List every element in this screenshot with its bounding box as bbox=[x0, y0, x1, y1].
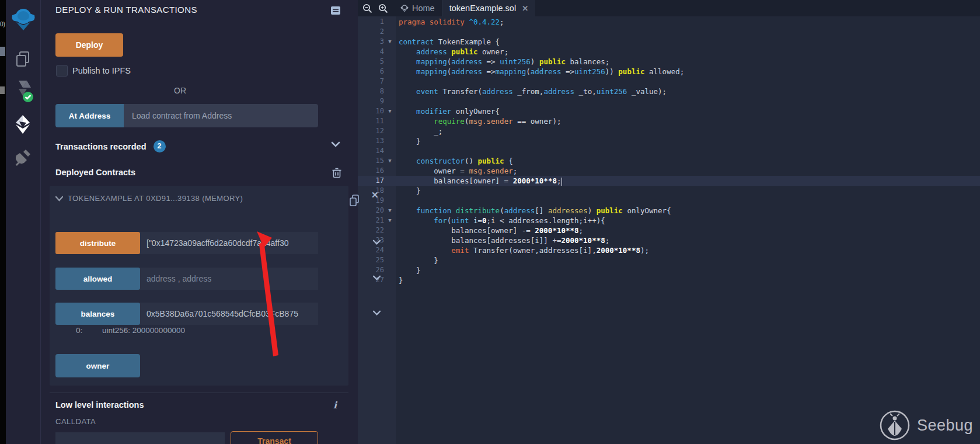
line-number[interactable]: 21 bbox=[358, 216, 384, 226]
line-number[interactable]: 17 bbox=[358, 176, 384, 186]
transact-button[interactable]: Transact bbox=[231, 431, 318, 444]
code-line[interactable]: 11 require(msg.sender == owner); bbox=[358, 116, 980, 126]
contract-card-header[interactable]: TOKENEXAMPLE AT 0XD91...39138 (MEMORY) bbox=[55, 194, 243, 203]
fold-arrow-icon[interactable]: ▼ bbox=[384, 206, 396, 216]
code-text: pragma solidity ^0.4.22; bbox=[396, 17, 504, 27]
line-number[interactable]: 7 bbox=[358, 77, 384, 86]
tab-token-example[interactable]: tokenExample.sol ✕ bbox=[442, 0, 535, 16]
chevron-down-icon[interactable] bbox=[372, 310, 381, 316]
allowed-function-button[interactable]: allowed bbox=[55, 268, 140, 290]
code-area[interactable]: 1pragma solidity ^0.4.22;23▼contract Tok… bbox=[358, 17, 980, 285]
code-line[interactable]: 8 event Transfer(address _from,address _… bbox=[358, 86, 980, 96]
zoom-out-icon[interactable] bbox=[362, 4, 372, 13]
line-number[interactable]: 5 bbox=[358, 57, 384, 67]
line-number[interactable]: 15 bbox=[358, 156, 384, 166]
line-number[interactable]: 20 bbox=[358, 206, 384, 216]
code-line[interactable]: 16 owner = msg.sender; bbox=[358, 166, 980, 176]
code-line[interactable]: 24 emit Transfer(owner,addresses[i],2000… bbox=[358, 245, 980, 255]
line-number[interactable]: 14 bbox=[358, 146, 384, 156]
code-line[interactable]: 14 bbox=[358, 146, 980, 156]
text-cursor bbox=[562, 178, 563, 186]
distribute-function-button[interactable]: distribute bbox=[55, 232, 140, 254]
code-line[interactable]: 22 balances[owner] -= 2000*10**8; bbox=[358, 226, 980, 235]
chevron-down-icon[interactable] bbox=[55, 196, 63, 202]
code-text: emit Transfer(owner,addresses[i],2000*10… bbox=[396, 245, 649, 255]
line-number[interactable]: 13 bbox=[358, 136, 384, 146]
deploy-button[interactable]: Deploy bbox=[55, 33, 123, 57]
fold-arrow-icon[interactable]: ▼ bbox=[384, 37, 396, 47]
code-line[interactable]: 26 } bbox=[358, 265, 980, 275]
divider bbox=[50, 393, 348, 393]
code-text: event Transfer(address _from,address _to… bbox=[396, 86, 667, 96]
line-number[interactable]: 22 bbox=[358, 226, 384, 235]
code-line[interactable]: 5 mapping(address => uint256) public bal… bbox=[358, 57, 980, 67]
documentation-icon[interactable] bbox=[330, 5, 341, 16]
allowed-args-input[interactable] bbox=[140, 268, 318, 290]
code-line[interactable]: 9 bbox=[358, 96, 980, 106]
line-number[interactable]: 10 bbox=[358, 106, 384, 116]
calldata-input[interactable] bbox=[55, 432, 225, 444]
line-number[interactable]: 24 bbox=[358, 245, 384, 255]
close-icon[interactable]: ✕ bbox=[371, 190, 379, 200]
seebug-logo-icon bbox=[878, 409, 911, 442]
fold-arrow-icon[interactable]: ▼ bbox=[384, 156, 396, 166]
code-line[interactable]: 7 bbox=[358, 77, 980, 86]
line-number[interactable]: 26 bbox=[358, 265, 384, 275]
line-number[interactable]: 12 bbox=[358, 126, 384, 136]
transactions-recorded-row[interactable]: Transactions recorded 2 bbox=[55, 140, 166, 152]
line-number[interactable]: 11 bbox=[358, 116, 384, 126]
code-line[interactable]: 10▼ modifier onlyOwner{ bbox=[358, 106, 980, 116]
tab-close-icon[interactable]: ✕ bbox=[522, 4, 528, 13]
code-line[interactable]: 2 bbox=[358, 27, 980, 37]
code-line[interactable]: 4 address public owner; bbox=[358, 47, 980, 57]
chevron-down-icon[interactable] bbox=[372, 275, 381, 281]
code-line[interactable]: 21▼ for(uint i=0;i < addresses.length;i+… bbox=[358, 216, 980, 226]
code-line[interactable]: 23 balances[addresses[i]] +=2000*10**8; bbox=[358, 235, 980, 245]
code-line[interactable]: 15▼ constructor() public { bbox=[358, 156, 980, 166]
balances-function-button[interactable]: balances bbox=[55, 303, 140, 325]
line-number[interactable]: 4 bbox=[358, 47, 384, 57]
chevron-down-icon[interactable] bbox=[372, 239, 381, 245]
code-line[interactable]: 3▼contract TokenExample { bbox=[358, 37, 980, 47]
plugin-manager-icon[interactable] bbox=[6, 147, 41, 166]
line-number[interactable]: 1 bbox=[358, 17, 384, 27]
code-line[interactable]: 25 } bbox=[358, 255, 980, 265]
publish-ipfs-checkbox[interactable] bbox=[56, 65, 68, 77]
fold-arrow-icon[interactable]: ▼ bbox=[384, 106, 396, 116]
code-line[interactable]: 13 } bbox=[358, 136, 980, 146]
line-number[interactable]: 9 bbox=[358, 96, 384, 106]
fold-column bbox=[384, 86, 396, 96]
code-line[interactable]: 1pragma solidity ^0.4.22; bbox=[358, 17, 980, 27]
chevron-down-icon[interactable] bbox=[331, 141, 340, 148]
distribute-args-input[interactable] bbox=[140, 232, 318, 254]
line-number[interactable]: 3 bbox=[358, 37, 384, 47]
solidity-compiler-icon[interactable] bbox=[6, 79, 41, 104]
code-line[interactable]: 20▼ function distribute(address[] addres… bbox=[358, 206, 980, 216]
balances-args-input[interactable] bbox=[140, 303, 318, 325]
code-line[interactable]: 6 mapping(address =>mapping(address =>ui… bbox=[358, 67, 980, 77]
line-number[interactable]: 25 bbox=[358, 255, 384, 265]
publish-ipfs-label: Publish to IPFS bbox=[72, 66, 131, 75]
owner-function-button[interactable]: owner bbox=[55, 354, 140, 377]
code-line[interactable]: 27} bbox=[358, 275, 980, 285]
code-line[interactable]: 12 _; bbox=[358, 126, 980, 136]
deploy-run-icon[interactable] bbox=[6, 115, 41, 134]
file-explorer-icon[interactable] bbox=[6, 50, 41, 68]
at-address-input[interactable] bbox=[124, 104, 318, 127]
fold-arrow-icon[interactable]: ▼ bbox=[384, 216, 396, 226]
zoom-in-icon[interactable] bbox=[378, 4, 388, 13]
at-address-button[interactable]: At Address bbox=[55, 104, 124, 127]
code-line[interactable]: 17 balances[owner] = 2000*10**8; bbox=[358, 176, 980, 186]
code-line[interactable]: 19 bbox=[358, 196, 980, 206]
code-line[interactable]: 18 } bbox=[358, 186, 980, 196]
info-icon[interactable]: i bbox=[333, 400, 337, 411]
copy-icon[interactable] bbox=[348, 194, 360, 207]
line-number[interactable]: 6 bbox=[358, 67, 384, 77]
fold-column bbox=[384, 96, 396, 106]
remix-logo[interactable] bbox=[6, 5, 41, 33]
trash-icon[interactable] bbox=[332, 168, 341, 178]
line-number[interactable]: 2 bbox=[358, 27, 384, 37]
line-number[interactable]: 8 bbox=[358, 86, 384, 96]
line-number[interactable]: 16 bbox=[358, 166, 384, 176]
tab-home[interactable]: Home bbox=[393, 0, 442, 16]
